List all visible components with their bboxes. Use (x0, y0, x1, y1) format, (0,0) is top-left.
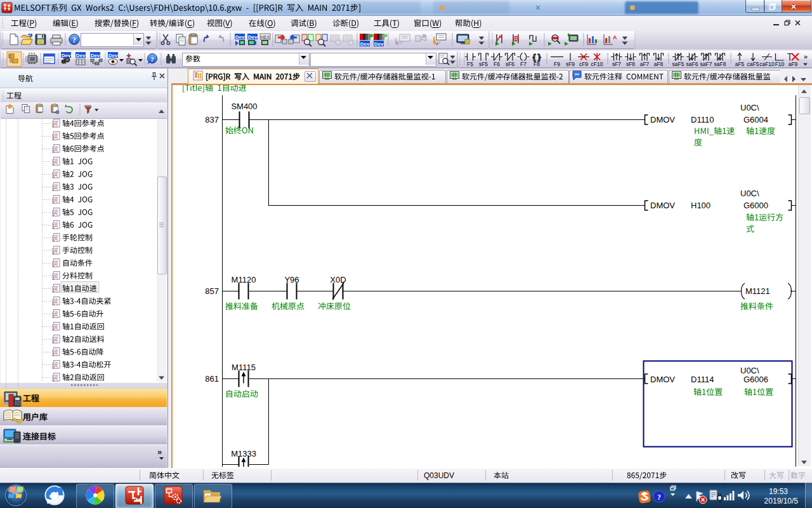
svg-text:F8: F8 (534, 61, 540, 67)
svg-text:sF5: sF5 (479, 61, 488, 67)
svg-text:F5: F5 (467, 61, 473, 67)
svg-text:?: ? (150, 55, 154, 63)
svg-text:aF9: aF9 (789, 61, 798, 67)
svg-text:sF7: sF7 (612, 61, 621, 67)
svg-text:SM400: SM400 (231, 102, 257, 111)
svg-text:M1115: M1115 (232, 363, 256, 372)
svg-text:A: A (613, 34, 617, 41)
svg-text:D1114: D1114 (691, 375, 714, 384)
svg-text:saF6: saF6 (686, 61, 698, 67)
svg-text:857: 857 (205, 286, 219, 296)
svg-text:D1110: D1110 (691, 115, 714, 124)
svg-text:DMOV: DMOV (650, 201, 675, 210)
svg-text:saF7: saF7 (700, 61, 712, 67)
svg-text:19:53: 19:53 (769, 487, 788, 496)
svg-text:?: ? (72, 36, 76, 44)
svg-text:HEX: HEX (261, 35, 270, 39)
svg-text:F6: F6 (494, 61, 500, 67)
svg-text:?: ? (657, 493, 661, 502)
svg-text:U0C\: U0C\ (740, 103, 759, 112)
svg-text:cF10: cF10 (591, 61, 603, 67)
svg-text:U0C\: U0C\ (740, 189, 759, 198)
svg-text:caF5: caF5 (747, 61, 759, 67)
svg-text:G6000: G6000 (743, 201, 768, 210)
svg-text:sF8: sF8 (626, 61, 635, 67)
svg-text:2019/10/5: 2019/10/5 (764, 497, 799, 505)
svg-text:saF5: saF5 (672, 61, 684, 67)
svg-text:caF10: caF10 (759, 61, 775, 67)
svg-text:sF9: sF9 (566, 61, 575, 67)
svg-text:»: » (804, 53, 808, 60)
svg-text:M1121: M1121 (745, 286, 770, 296)
svg-text:sF6: sF6 (506, 61, 514, 67)
svg-text:H100: H100 (691, 201, 710, 210)
svg-text:DMOV: DMOV (650, 115, 675, 124)
svg-text:U0C\: U0C\ (740, 366, 759, 375)
svg-text:aF5: aF5 (735, 61, 745, 67)
svg-text:M1333: M1333 (231, 449, 256, 458)
svg-text:861: 861 (205, 374, 219, 384)
svg-text:M1120: M1120 (232, 275, 256, 284)
svg-text:{ }: { } (533, 53, 541, 62)
svg-text:G6004: G6004 (743, 115, 768, 124)
svg-text:F7: F7 (520, 61, 527, 67)
svg-text:»: » (157, 447, 162, 457)
svg-text:cF9: cF9 (579, 61, 588, 67)
svg-text:F9: F9 (554, 61, 560, 67)
svg-text:aF8: aF8 (654, 61, 664, 67)
svg-text:saF8: saF8 (714, 61, 726, 67)
svg-text:F10: F10 (775, 61, 785, 67)
svg-text:G6006: G6006 (743, 375, 768, 384)
svg-text:DMOV: DMOV (650, 375, 675, 384)
svg-text:aF7: aF7 (640, 61, 650, 67)
svg-text:837: 837 (205, 115, 219, 124)
svg-text:Q03UDV: Q03UDV (424, 471, 454, 480)
